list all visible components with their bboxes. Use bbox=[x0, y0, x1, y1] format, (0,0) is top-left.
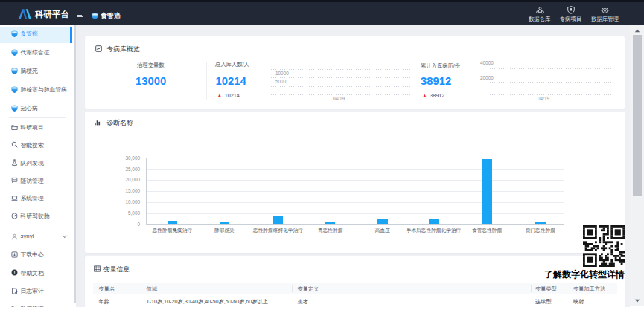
svg-text:!: ! bbox=[13, 271, 15, 275]
